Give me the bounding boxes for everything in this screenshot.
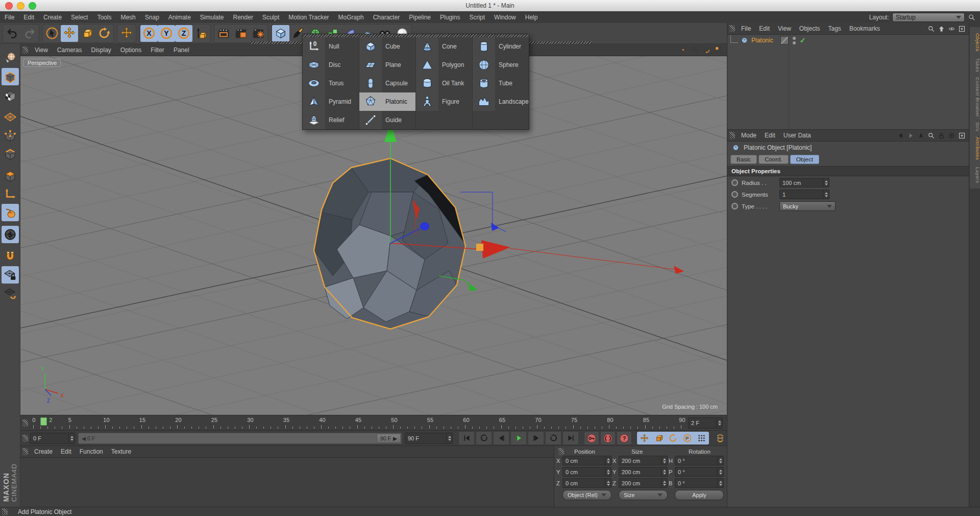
- primitive-item-torus[interactable]: Torus: [303, 74, 359, 92]
- panel-grip[interactable]: [22, 419, 28, 427]
- menu-mograph[interactable]: MoGraph: [334, 14, 369, 21]
- move-tool-button[interactable]: [61, 25, 78, 42]
- viewport-menu-options[interactable]: Options: [116, 46, 146, 54]
- animation-dot-icon[interactable]: [731, 203, 738, 209]
- polygons-mode-button[interactable]: [2, 167, 19, 184]
- camera-label[interactable]: Perspective: [23, 59, 61, 67]
- record-keyframe-button[interactable]: [584, 431, 599, 445]
- size-dropdown[interactable]: Size: [619, 490, 668, 500]
- object-name[interactable]: Platonic: [751, 37, 773, 44]
- record-rotation-button[interactable]: [666, 432, 680, 444]
- stepper[interactable]: [605, 467, 611, 476]
- record-point-level-animation-button[interactable]: [695, 432, 708, 444]
- panel-grip[interactable]: [22, 448, 28, 455]
- search-icon[interactable]: [968, 13, 976, 21]
- stepper[interactable]: [605, 479, 611, 487]
- attribute-tab-object[interactable]: Object: [790, 155, 819, 164]
- panel-grip[interactable]: [729, 25, 735, 32]
- play-reverse-button[interactable]: [476, 431, 492, 445]
- position-x-field[interactable]: 0 cm: [562, 456, 611, 465]
- previous-frame-button[interactable]: [493, 431, 509, 445]
- primitive-item-landscape[interactable]: Landscape: [473, 92, 529, 111]
- locked-workplane-button[interactable]: [2, 266, 19, 284]
- enabled-check-icon[interactable]: ✓: [800, 36, 806, 44]
- camera-zoom-button[interactable]: [691, 45, 699, 54]
- stepper[interactable]: [823, 190, 829, 199]
- size-z-field[interactable]: 200 cm: [619, 478, 668, 488]
- panel-tab-attributes[interactable]: Attributes: [970, 131, 980, 166]
- stepper[interactable]: [717, 479, 723, 487]
- menu-snap[interactable]: Snap: [140, 14, 164, 21]
- primitive-item-sphere[interactable]: Sphere: [473, 56, 529, 74]
- enable-axis-button[interactable]: [2, 185, 19, 203]
- panel-grip[interactable]: [558, 448, 564, 455]
- frame-stepper[interactable]: [716, 418, 722, 428]
- keyframe-presets-button[interactable]: ?: [617, 431, 632, 445]
- coordinate-system-button[interactable]: [192, 25, 210, 42]
- menu-file[interactable]: File: [0, 14, 19, 21]
- panel-tab-layers[interactable]: Layers: [970, 162, 980, 189]
- rotation-h-field[interactable]: 0 °: [675, 456, 724, 465]
- object-manager-menu-bookmarks[interactable]: Bookmarks: [845, 25, 884, 32]
- preview-range-slider[interactable]: ◀ 0 F 90 F ▶: [78, 433, 402, 444]
- panel-grip[interactable]: [22, 435, 28, 442]
- platonic-object-mesh[interactable]: [314, 158, 465, 329]
- menu-pipeline[interactable]: Pipeline: [404, 14, 435, 21]
- history-forward-button[interactable]: [907, 132, 915, 139]
- panel-grip[interactable]: [2, 508, 8, 515]
- camera-rotate-button[interactable]: [702, 45, 711, 54]
- menu-simulate[interactable]: Simulate: [195, 14, 229, 21]
- lock-button[interactable]: [938, 132, 945, 139]
- goto-start-button[interactable]: [458, 431, 475, 445]
- menu-motion-tracker[interactable]: Motion Tracker: [284, 14, 333, 21]
- range-end-field[interactable]: 90 F: [405, 433, 453, 444]
- autokeying-button[interactable]: [600, 431, 616, 445]
- align-workplane-button[interactable]: [2, 285, 19, 302]
- redo-button[interactable]: [21, 25, 38, 42]
- material-menu-create[interactable]: Create: [30, 448, 57, 455]
- panel-grip[interactable]: [729, 132, 735, 139]
- menu-render[interactable]: Render: [229, 14, 258, 21]
- model-mode-button[interactable]: [2, 68, 19, 85]
- history-back-button[interactable]: [897, 132, 904, 139]
- last-used-tool-button[interactable]: [118, 25, 135, 42]
- menu-select[interactable]: Select: [66, 14, 92, 21]
- viewport-menu-filter[interactable]: Filter: [146, 46, 169, 54]
- layer-chip[interactable]: [780, 36, 789, 44]
- record-position-button[interactable]: [638, 432, 651, 444]
- search-button[interactable]: [927, 132, 935, 139]
- size-x-field[interactable]: 200 cm: [619, 456, 668, 465]
- radius-field[interactable]: 100 cm: [779, 178, 829, 187]
- primitive-item-tube[interactable]: Tube: [473, 74, 529, 92]
- search-button[interactable]: [927, 25, 935, 33]
- record-scale-button[interactable]: [652, 432, 666, 444]
- rotate-tool-button[interactable]: [95, 25, 113, 42]
- focus-button[interactable]: [948, 132, 955, 139]
- animation-dot-icon[interactable]: [731, 191, 738, 198]
- edges-mode-button[interactable]: [2, 145, 19, 162]
- scale-tool-button[interactable]: [78, 25, 95, 42]
- object-manager-menu-objects[interactable]: Objects: [795, 25, 824, 32]
- menu-plugins[interactable]: Plugins: [435, 14, 464, 21]
- object-manager-menu-edit[interactable]: Edit: [755, 25, 774, 32]
- primitive-item-oil-tank[interactable]: Oil Tank: [416, 74, 472, 92]
- object-rel-dropdown[interactable]: Object (Rel): [562, 490, 611, 500]
- visibility-dots[interactable]: [793, 37, 796, 44]
- goto-end-button[interactable]: [562, 431, 579, 445]
- enable-snap-button[interactable]: [2, 248, 19, 265]
- type-dropdown[interactable]: Bucky: [779, 201, 836, 211]
- primitive-item-cylinder[interactable]: Cylinder: [473, 37, 529, 56]
- stepper[interactable]: [605, 456, 611, 465]
- menu-edit[interactable]: Edit: [19, 14, 39, 21]
- camera-pan-button[interactable]: [679, 45, 688, 54]
- object-manager-menu-file[interactable]: File: [737, 25, 755, 32]
- texture-mode-button[interactable]: [2, 86, 19, 104]
- tweak-mode-button[interactable]: [2, 204, 19, 221]
- next-frame-button[interactable]: [528, 431, 544, 445]
- object-manager-list[interactable]: Platonic ✓: [727, 35, 969, 130]
- open-timeline-button[interactable]: [714, 432, 727, 444]
- panel-grip[interactable]: [22, 46, 28, 54]
- undo-button[interactable]: [4, 25, 21, 42]
- attribute-manager-menu-edit[interactable]: Edit: [761, 132, 779, 139]
- primitive-item-plane[interactable]: Plane: [359, 56, 415, 74]
